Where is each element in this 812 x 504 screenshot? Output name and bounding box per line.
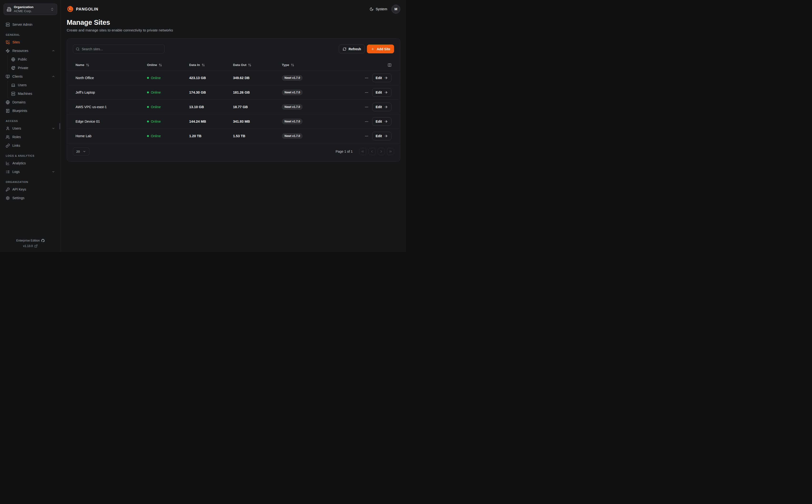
column-header-data-in[interactable]: Data In xyxy=(189,63,233,67)
org-selector-label: Organization xyxy=(14,5,48,9)
sidebar-footer: Enterprise Edition v1.13.0 xyxy=(4,239,57,248)
chevron-up-icon xyxy=(52,75,55,78)
chevrons-left-icon xyxy=(361,150,365,153)
avatar[interactable]: M xyxy=(391,5,400,14)
last-page-button[interactable] xyxy=(387,148,394,155)
sidebar-item-settings[interactable]: Settings xyxy=(4,194,57,202)
sort-icon[interactable] xyxy=(86,63,89,67)
column-visibility-button[interactable] xyxy=(388,63,391,67)
building-icon xyxy=(7,7,11,12)
key-icon xyxy=(6,187,10,192)
edition-link[interactable]: Enterprise Edition xyxy=(16,239,45,242)
columns-icon xyxy=(388,63,391,67)
sort-icon[interactable] xyxy=(202,63,205,67)
column-header-data-out[interactable]: Data Out xyxy=(233,63,282,67)
search-input[interactable] xyxy=(82,47,162,51)
sidebar-scrollbar[interactable] xyxy=(59,123,60,129)
org-selector-value: ACME Corp. xyxy=(14,9,48,13)
more-options-icon[interactable] xyxy=(365,134,369,138)
sort-icon[interactable] xyxy=(291,63,294,67)
brand[interactable]: PANGOLIN xyxy=(67,5,98,13)
more-options-icon[interactable] xyxy=(365,91,369,95)
arrow-right-icon xyxy=(384,120,388,123)
arrow-right-icon xyxy=(384,76,388,80)
sidebar-item-links[interactable]: Links xyxy=(4,141,57,150)
sidebar-item-label: Server Admin xyxy=(12,23,32,26)
sidebar-item-blueprints[interactable]: Blueprints xyxy=(4,106,57,115)
site-data-in: 1.20 TB xyxy=(189,134,233,138)
table-row: AWS VPC us-east-1 Online 13.10 GB 18.77 … xyxy=(67,100,400,114)
site-data-out: 1.53 TB xyxy=(233,134,282,138)
sidebar-nav: Server Admin GENERAL Sites Resources Pub… xyxy=(4,20,57,202)
sidebar-item-users[interactable]: Users xyxy=(4,124,57,133)
site-status: Online xyxy=(147,105,189,109)
status-dot xyxy=(147,135,149,137)
site-data-in: 423.13 GB xyxy=(189,76,233,80)
version-label: v1.13.0 xyxy=(23,244,33,248)
column-header-online[interactable]: Online xyxy=(147,63,189,67)
add-site-button[interactable]: Add Site xyxy=(367,45,394,53)
sidebar-item-private[interactable]: Private xyxy=(8,64,57,72)
sidebar-item-roles[interactable]: Roles xyxy=(4,133,57,141)
column-header-name[interactable]: Name xyxy=(76,63,147,67)
sidebar-item-label: Private xyxy=(18,66,28,70)
sidebar-item-domains[interactable]: Domains xyxy=(4,98,57,106)
site-name: North Office xyxy=(76,76,147,80)
edit-button[interactable]: Edit xyxy=(372,88,391,97)
edit-button[interactable]: Edit xyxy=(372,103,391,111)
logs-list-icon xyxy=(6,170,10,174)
first-page-button[interactable] xyxy=(359,148,366,155)
sidebar-item-sites[interactable]: Sites xyxy=(4,38,57,46)
sidebar-item-label: Users xyxy=(18,83,27,87)
server-icon xyxy=(6,23,10,27)
site-data-out: 349.62 DB xyxy=(233,76,282,80)
link-icon xyxy=(6,144,10,148)
sidebar-item-clients[interactable]: Clients xyxy=(4,72,57,81)
user-icon xyxy=(6,126,10,131)
sort-icon[interactable] xyxy=(159,63,162,67)
sidebar-item-client-users[interactable]: Users xyxy=(8,81,57,89)
more-options-icon[interactable] xyxy=(365,76,369,80)
refresh-button[interactable]: Refresh xyxy=(339,45,365,53)
edit-button[interactable]: Edit xyxy=(372,117,391,126)
page-size-select[interactable]: 20 xyxy=(73,147,89,156)
site-data-in: 174.30 GB xyxy=(189,91,233,94)
sidebar-item-label: Logs xyxy=(12,170,20,174)
next-page-button[interactable] xyxy=(378,148,385,155)
sidebar-item-machines[interactable]: Machines xyxy=(8,89,57,98)
page-size-value: 20 xyxy=(76,150,80,153)
sidebar-item-resources[interactable]: Resources xyxy=(4,46,57,55)
sidebar-item-analytics[interactable]: Analytics xyxy=(4,159,57,167)
sidebar-item-label: Machines xyxy=(18,92,32,96)
more-options-icon[interactable] xyxy=(365,120,369,124)
server-icon xyxy=(11,92,15,96)
monitor-up-icon xyxy=(6,75,10,79)
arrow-right-icon xyxy=(384,91,388,94)
sort-icon[interactable] xyxy=(248,63,251,67)
status-dot xyxy=(147,106,149,108)
site-data-out: 341.93 MB xyxy=(233,120,282,123)
more-options-icon[interactable] xyxy=(365,105,369,109)
edit-button[interactable]: Edit xyxy=(372,74,391,82)
sidebar-item-logs[interactable]: Logs xyxy=(4,167,57,176)
gear-icon xyxy=(6,196,10,200)
edit-button[interactable]: Edit xyxy=(372,132,391,140)
sidebar-item-server-admin[interactable]: Server Admin xyxy=(4,20,57,29)
refresh-label: Refresh xyxy=(349,47,361,51)
sidebar-item-public[interactable]: Public xyxy=(8,55,57,64)
brand-name: PANGOLIN xyxy=(76,7,98,11)
version-link[interactable]: v1.13.0 xyxy=(23,244,38,248)
sites-combine-icon xyxy=(6,40,10,44)
previous-page-button[interactable] xyxy=(368,148,376,155)
theme-toggle-button[interactable]: System xyxy=(370,7,387,11)
sidebar-item-api-keys[interactable]: API Keys xyxy=(4,185,57,194)
sidebar-item-label: Analytics xyxy=(12,161,26,165)
chart-line-icon xyxy=(6,161,10,165)
pangolin-logo-icon xyxy=(67,5,74,13)
waypoints-icon xyxy=(6,49,10,53)
org-selector[interactable]: Organization ACME Corp. xyxy=(4,4,57,15)
column-header-type[interactable]: Type xyxy=(282,63,356,67)
page-title: Manage Sites xyxy=(67,19,400,26)
sidebar-item-label: Public xyxy=(18,57,27,61)
external-link-icon xyxy=(34,244,38,248)
